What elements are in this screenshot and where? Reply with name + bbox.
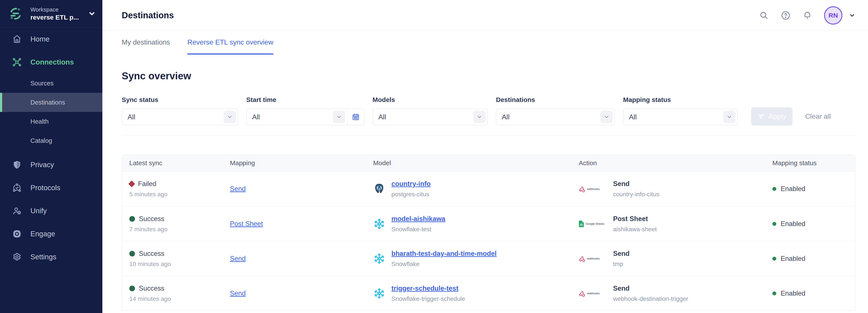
chevron-down-icon — [600, 111, 613, 123]
rudderstack-logo-icon — [9, 7, 23, 21]
sidebar-item-label: Connections — [30, 58, 74, 66]
sync-status-value: All — [128, 113, 224, 121]
help-icon[interactable] — [781, 10, 790, 21]
sidebar-item-sources[interactable]: Sources — [0, 74, 102, 93]
sidebar-item-settings[interactable]: Settings — [0, 245, 102, 269]
success-circle-icon — [129, 216, 135, 222]
sidebar-item-label: Sources — [30, 80, 54, 87]
model-link[interactable]: model-aishikawa — [392, 215, 445, 223]
sidebar-item-privacy[interactable]: Privacy — [0, 153, 102, 176]
success-circle-icon — [129, 286, 135, 291]
mapping-status-text: Enabled — [781, 185, 805, 193]
filters-divider — [122, 135, 856, 135]
workspace-label: Workspace — [30, 6, 79, 13]
start-time-select[interactable]: All — [246, 109, 364, 125]
clear-all-link[interactable]: Clear all — [805, 113, 831, 120]
mapping-link[interactable]: Send — [230, 185, 246, 193]
filter-label-destinations: Destinations — [496, 96, 615, 103]
sidebar-item-catalog[interactable]: Catalog — [0, 131, 102, 150]
table-header: Latest sync Mapping Model Action Mapping… — [122, 155, 855, 171]
mapping-status-text: Enabled — [781, 289, 805, 298]
search-icon[interactable] — [759, 10, 769, 21]
sync-time: 5 minutes ago — [129, 191, 230, 198]
connections-icon — [12, 57, 22, 67]
action-title: Post Sheet — [613, 215, 657, 223]
sync-status-select[interactable]: All — [122, 109, 238, 125]
calendar-icon[interactable] — [347, 109, 364, 125]
sync-time: 14 minutes ago — [129, 295, 230, 302]
destinations-select[interactable]: All — [496, 109, 615, 125]
tab-my-destinations[interactable]: My destinations — [122, 38, 170, 55]
enabled-dot-icon — [772, 291, 776, 295]
sidebar-item-connections[interactable]: Connections — [0, 51, 102, 74]
mapping-link[interactable]: Send — [230, 255, 246, 262]
snowflake-icon — [373, 253, 385, 265]
table-row: Failed 5 minutes ago Send country-info p… — [122, 171, 855, 206]
sidebar-item-engage[interactable]: Engage — [0, 222, 102, 245]
model-link[interactable]: bharath-test-day-and-time-model — [392, 250, 497, 257]
protocols-icon — [12, 183, 22, 193]
home-icon — [12, 34, 22, 44]
sidebar-item-label: Privacy — [30, 161, 54, 169]
webhooks-icon: webhooks — [579, 255, 607, 262]
model-subtext: Snowflake-test — [392, 226, 445, 233]
sidebar-item-home[interactable]: Home — [0, 28, 102, 51]
google-sheets-icon: Google Sheets — [579, 221, 607, 227]
sync-time: 10 minutes ago — [129, 261, 230, 268]
mapping-status-text: Enabled — [781, 220, 805, 228]
action-subtext: country-info-citus — [613, 191, 659, 198]
bell-icon[interactable] — [802, 10, 812, 21]
chevron-down-icon — [723, 111, 736, 123]
snowflake-icon — [373, 287, 385, 300]
sidebar-item-label: Destinations — [30, 99, 65, 106]
sidebar-item-destinations[interactable]: Destinations — [0, 93, 102, 112]
sidebar-item-label: Protocols — [30, 184, 60, 192]
column-header-mapping: Mapping — [230, 159, 373, 167]
content: Sync overview Sync status All Start time — [102, 57, 868, 311]
table-row: Success 14 minutes ago Send trigger-sche… — [122, 276, 855, 311]
model-subtext: Snowflake-trigger-schedule — [392, 295, 465, 302]
workspace-chevron-down-icon[interactable] — [88, 10, 96, 18]
account-chevron-down-icon[interactable] — [849, 12, 856, 19]
model-link[interactable]: trigger-schedule-test — [392, 284, 465, 292]
mapping-link[interactable]: Post Sheet — [230, 220, 263, 227]
sidebar-item-unify[interactable]: Unify — [0, 199, 102, 222]
section-title: Sync overview — [122, 70, 856, 82]
webhooks-icon: webhooks — [579, 186, 607, 192]
filter-label-mapping-status: Mapping status — [623, 96, 738, 103]
workspace-switcher[interactable]: Workspace reverse ETL p... — [0, 0, 102, 28]
sidebar: Workspace reverse ETL p... Home Connecti… — [0, 0, 102, 313]
sidebar-item-label: Unify — [30, 207, 47, 215]
sidebar-item-label: Engage — [30, 230, 55, 238]
apply-button[interactable]: Apply — [751, 107, 793, 126]
mapping-status-text: Enabled — [781, 255, 805, 262]
filter-label-models: Models — [372, 96, 488, 103]
column-header-action: Action — [579, 159, 772, 167]
avatar[interactable]: RN — [824, 6, 842, 25]
sidebar-item-label: Settings — [30, 253, 56, 261]
app-root: Workspace reverse ETL p... Home Connecti… — [0, 0, 868, 313]
model-subtext: Snowflake — [392, 261, 497, 268]
model-link[interactable]: country-info — [392, 180, 431, 188]
table-row: Success 10 minutes ago Send bharath-test… — [122, 241, 855, 276]
models-value: All — [378, 113, 473, 121]
mapping-link[interactable]: Send — [230, 289, 246, 297]
chevron-down-icon — [473, 111, 486, 123]
sidebar-item-protocols[interactable]: Protocols — [0, 176, 102, 199]
models-select[interactable]: All — [372, 109, 488, 125]
avatar-initials: RN — [829, 12, 838, 19]
mapping-status-select[interactable]: All — [623, 109, 738, 125]
success-circle-icon — [129, 251, 135, 256]
sync-status-text: Success — [139, 215, 164, 223]
enabled-dot-icon — [772, 222, 776, 226]
chevron-down-icon — [333, 111, 345, 123]
mapping-status-value: All — [629, 113, 723, 121]
sync-status-text: Failed — [138, 180, 156, 188]
chevron-down-icon — [224, 111, 236, 123]
action-subtext: aishikawa-sheet — [613, 226, 657, 233]
page-title: Destinations — [122, 10, 174, 20]
failed-diamond-icon — [128, 180, 135, 187]
sidebar-item-health[interactable]: Health — [0, 112, 102, 131]
webhooks-icon: webhooks — [579, 290, 607, 297]
tab-reverse-etl-sync-overview[interactable]: Reverse ETL sync overview — [187, 38, 273, 55]
